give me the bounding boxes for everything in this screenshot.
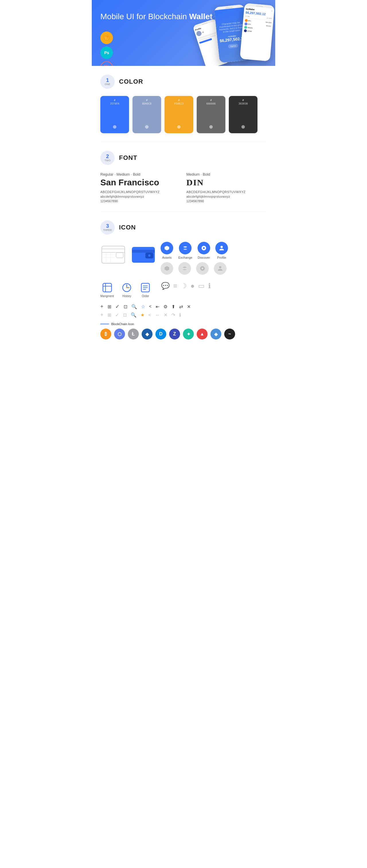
phones-mockups: Profile AI Character may be manifested i… [196, 3, 273, 59]
list-icon: ⊞ [108, 304, 111, 309]
close-icon-gray: ✕ [164, 312, 167, 318]
icon-order: Order [140, 282, 151, 298]
blockchain-label: BlockChain Icon [111, 322, 134, 326]
icon-assets: Assets [161, 242, 173, 259]
qr-icon: ⊡ [123, 304, 127, 309]
badges-column: Ps 60+Screens [101, 32, 113, 66]
svg-rect-24 [103, 283, 112, 292]
svg-point-15 [148, 254, 150, 257]
upload-icon: ⬆ [171, 304, 175, 309]
crypto-icon-3: ◆ [142, 329, 152, 339]
svg-point-22 [202, 268, 203, 269]
section2-header: 2 TWO FONT [101, 151, 266, 165]
icon-exchange: Exchange [178, 242, 192, 259]
font1-upper: ABCDEFGHIJKLMNOPQRSTUVWXYZ [101, 190, 181, 194]
search-icon-gray: 🔍 [131, 312, 137, 318]
close-icon: ✕ [187, 304, 191, 309]
info-icon-gray: ℹ [179, 312, 181, 318]
swatch-0: #3574FA [101, 96, 129, 133]
arrows-icon-gray: ↔ [155, 313, 160, 318]
svg-marker-16 [165, 246, 169, 250]
svg-rect-13 [132, 250, 155, 253]
screens-badge: 60+Screens [101, 61, 113, 66]
moon-icon: ☽ [181, 282, 187, 290]
font2-block: Medium · Bold DIN ABCDEFGHIJKLMNOPQRSTUV… [186, 172, 266, 203]
font2-nums: 1234567890 [186, 199, 266, 203]
svg-point-23 [219, 266, 221, 269]
crypto-icon-0: ₿ [101, 329, 111, 339]
section1-header: 1 ONE COLOR [101, 74, 266, 89]
svg-rect-25 [103, 286, 112, 286]
chevron-left-icon-gray: < [148, 313, 151, 318]
icon-discover-gray [196, 262, 209, 275]
blockchain-label-row: BlockChain Icon [101, 322, 266, 326]
icon-exchange-gray [178, 262, 191, 275]
crypto-icon-9: ~ [224, 329, 235, 339]
color-swatches: #3574FA#8DA0C8#F5A623#666666#303030 [101, 96, 266, 133]
crypto-icons-row: ₿⬡Ł◆DZ✦▲◈~ [101, 329, 266, 339]
font2-style: Medium · Bold [186, 172, 266, 177]
font-section: 2 TWO FONT Regular · Medium · Bold San F… [92, 142, 275, 211]
stack-icon: ≡ [173, 282, 177, 290]
qr-icon-gray: ⊡ [123, 312, 127, 318]
font1-lower: abcdefghijklmnopqrstuvwxyz [101, 195, 181, 198]
check-icon-gray: ✓ [115, 312, 119, 318]
search-icon: 🔍 [131, 304, 137, 309]
hero-section: Mobile UI for Blockchain Wallet UI Kit P… [92, 0, 275, 66]
speech-icon: ▭ [198, 282, 205, 290]
swap-icon: ⇄ [179, 304, 183, 309]
assets-icon-gray [161, 262, 173, 275]
star-icon: ☆ [141, 304, 145, 309]
section1-badge: 1 ONE [101, 74, 115, 89]
svg-point-28 [126, 287, 127, 288]
profile-icon [215, 242, 228, 254]
profile-icon-gray [214, 262, 227, 275]
exchange-icon-gray [178, 262, 191, 275]
utility-icons-gray: + ⊞ ✓ ⊡ 🔍 ★ < ↔ ✕ ↷ ℹ [101, 312, 266, 318]
crypto-icon-5: Z [169, 329, 180, 339]
circle-icon: ● [190, 282, 195, 290]
svg-rect-26 [105, 283, 106, 292]
utility-icons-blue: + ⊞ ✓ ⊡ 🔍 ☆ < ⇤ ⚙ ⬆ ⇄ ✕ [101, 303, 266, 310]
crypto-icon-2: Ł [128, 329, 139, 339]
icon-profile: Profile [215, 242, 228, 259]
crypto-icon-8: ◈ [210, 329, 221, 339]
section2-badge: 2 TWO [101, 151, 115, 165]
crypto-icon-7: ▲ [197, 329, 207, 339]
svg-point-18 [203, 247, 205, 249]
app-icons-gray [161, 262, 228, 275]
app-icons-colored: Assets Exchange [161, 242, 228, 259]
svg-point-29 [129, 287, 130, 288]
font1-block: Regular · Medium · Bold San Francisco AB… [101, 172, 181, 203]
svg-marker-20 [165, 266, 169, 271]
wallet-icon-wire [101, 242, 126, 268]
tab-icons-row: Mangment History Order 💬 ≡ [101, 282, 266, 298]
sketch-badge [101, 32, 113, 44]
section1-title: COLOR [119, 78, 143, 85]
misc-icons-row: 💬 ≡ ☽ ● ▭ ℹ [161, 282, 211, 290]
wallet-icon-solid [131, 242, 156, 268]
discover-icon-gray [196, 262, 209, 275]
main-icon-row: Assets Exchange [101, 242, 266, 275]
list-icon-gray: ⊞ [108, 312, 111, 318]
crypto-icon-1: ⬡ [114, 329, 125, 339]
font1-nums: 1234567890 [101, 199, 181, 203]
discover-icon [198, 242, 210, 254]
icon-section: 3 THREE ICON [92, 212, 275, 348]
blockchain-line [101, 324, 109, 324]
icon-assets-gray [161, 262, 173, 275]
font1-style: Regular · Medium · Bold [101, 172, 181, 177]
section2-title: FONT [119, 154, 137, 161]
app-icons-container: Assets Exchange [161, 242, 228, 275]
ps-badge: Ps [101, 46, 113, 59]
exchange-icon [179, 242, 192, 254]
font1-name: San Francisco [101, 178, 181, 187]
settings-icon: ⚙ [163, 304, 167, 309]
chat-icon: 💬 [161, 282, 170, 290]
swatch-3: #666666 [197, 96, 225, 133]
share-icon: ⇤ [156, 304, 160, 309]
svg-rect-6 [102, 249, 125, 252]
font-grid: Regular · Medium · Bold San Francisco AB… [101, 172, 266, 203]
icon-management: Mangment [101, 282, 114, 298]
section3-title: ICON [119, 224, 136, 231]
